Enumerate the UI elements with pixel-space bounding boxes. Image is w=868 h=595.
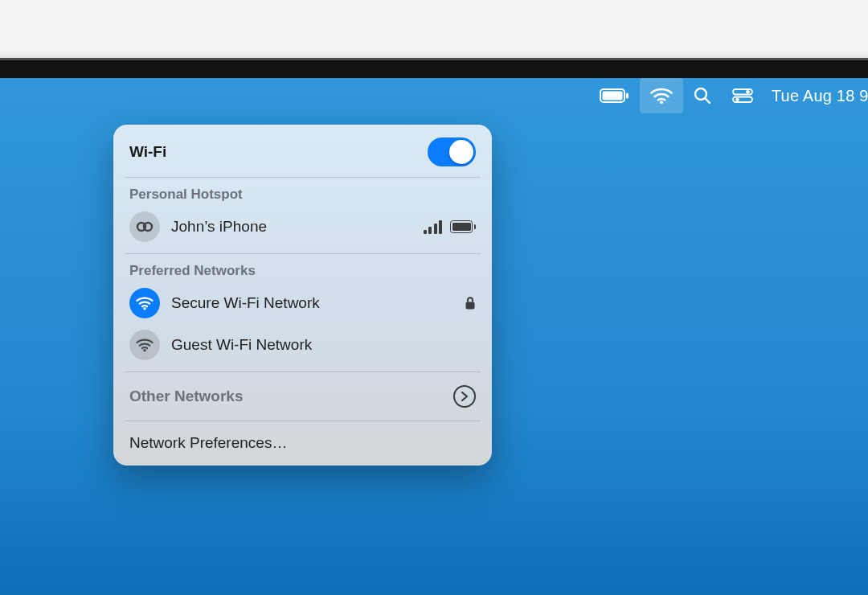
- menubar-spotlight[interactable]: [683, 78, 722, 113]
- lock-icon: [465, 296, 476, 310]
- network-preferences-row[interactable]: Network Preferences…: [125, 427, 481, 459]
- wifi-panel-header: Wi-Fi: [125, 133, 481, 171]
- network-name: Secure Wi-Fi Network: [171, 294, 453, 312]
- battery-icon: [450, 220, 476, 233]
- other-networks-label: Other Networks: [129, 388, 243, 405]
- divider: [125, 371, 481, 372]
- divider: [125, 253, 481, 254]
- network-row[interactable]: Secure Wi-Fi Network: [125, 282, 481, 324]
- menubar-wifi[interactable]: [640, 78, 683, 113]
- network-badge: [129, 288, 160, 318]
- chevron-right-circle-icon: [453, 385, 476, 408]
- hotspot-badge: [129, 211, 160, 242]
- svg-point-7: [746, 90, 750, 94]
- network-preferences-label: Network Preferences…: [129, 434, 287, 452]
- menubar-clock[interactable]: Tue Aug 18 9:41 AM: [764, 78, 868, 113]
- network-lock: [465, 296, 476, 310]
- hotspot-name: John’s iPhone: [171, 218, 412, 236]
- wifi-icon: [136, 296, 154, 310]
- cell-signal-icon: [424, 220, 443, 234]
- svg-rect-13: [466, 302, 475, 310]
- panel-title: Wi-Fi: [129, 143, 166, 161]
- network-badge: [129, 330, 160, 360]
- wifi-icon: [650, 87, 673, 105]
- hotspot-row[interactable]: John’s iPhone: [125, 206, 481, 248]
- divider: [125, 177, 481, 178]
- wifi-panel: Wi-Fi Personal Hotspot John’s iPhone: [113, 125, 492, 466]
- control-center-icon: [732, 88, 753, 103]
- other-networks-row[interactable]: Other Networks: [125, 378, 481, 415]
- svg-point-3: [660, 101, 663, 104]
- hotspot-icon: [135, 220, 154, 234]
- svg-rect-1: [602, 92, 622, 101]
- svg-point-12: [143, 307, 145, 310]
- toggle-knob: [449, 140, 473, 164]
- screen: Tue Aug 18 9:41 AM Wi-Fi Personal Hotspo…: [0, 78, 868, 595]
- clock-text: Tue Aug 18 9:41 AM: [768, 87, 868, 105]
- svg-point-9: [735, 97, 739, 101]
- battery-icon: [600, 88, 629, 103]
- search-icon: [694, 87, 711, 105]
- wifi-icon: [136, 338, 154, 352]
- svg-rect-2: [626, 93, 628, 99]
- network-row[interactable]: Guest Wi-Fi Network: [125, 324, 481, 366]
- hotspot-status: [424, 220, 476, 234]
- divider: [125, 421, 481, 421]
- menubar-control-center[interactable]: [722, 78, 764, 113]
- svg-line-5: [705, 98, 710, 103]
- svg-point-14: [143, 349, 145, 351]
- network-name: Guest Wi-Fi Network: [171, 336, 476, 354]
- wifi-toggle[interactable]: [428, 137, 476, 166]
- menubar-battery[interactable]: [589, 78, 640, 113]
- section-personal-hotspot: Personal Hotspot: [125, 183, 481, 206]
- section-preferred-networks: Preferred Networks: [125, 260, 481, 282]
- monitor-bezel: Tue Aug 18 9:41 AM Wi-Fi Personal Hotspo…: [0, 58, 868, 595]
